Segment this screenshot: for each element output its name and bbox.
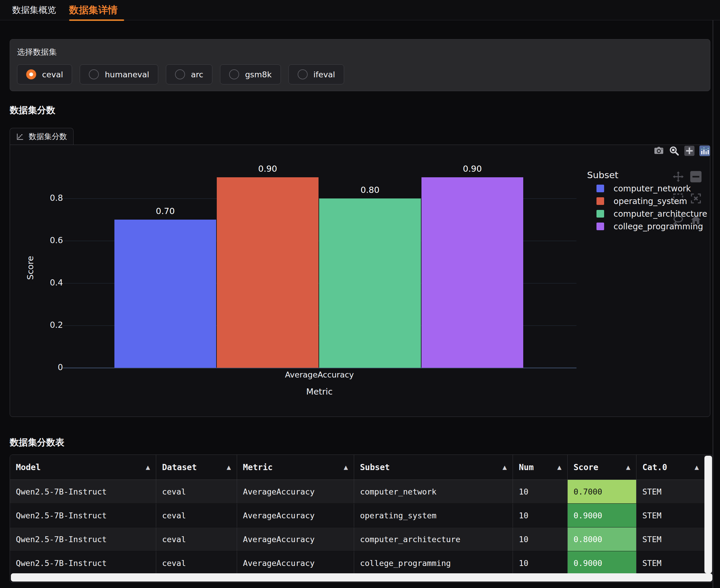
scatter-chart-icon xyxy=(16,132,24,141)
column-header-metric[interactable]: Metric▲ xyxy=(237,455,354,480)
sort-ascending-icon[interactable]: ▲ xyxy=(226,464,231,470)
radio-option-label: humaneval xyxy=(105,70,149,79)
column-header-score[interactable]: Score▲ xyxy=(568,455,636,480)
radio-option-label: ifeval xyxy=(313,70,335,79)
legend-item-computer_architecture[interactable]: computer_architecture xyxy=(586,209,707,218)
table-row: Qwen2.5-7B-InstructcevalAverageAccuracyc… xyxy=(10,527,705,551)
table-vertical-scrollbar[interactable] xyxy=(704,456,712,573)
dataset-selector-panel: 选择数据集 cevalhumanevalarcgsm8kifeval xyxy=(10,39,710,91)
cell-metric: AverageAccuracy xyxy=(237,527,354,551)
cell-score: 0.8000 xyxy=(568,527,636,551)
radio-option-humaneval[interactable]: humaneval xyxy=(80,64,158,84)
column-header-model[interactable]: Model▲ xyxy=(10,455,156,480)
cell-cat: STEM xyxy=(636,527,705,551)
sort-ascending-icon[interactable]: ▲ xyxy=(694,464,699,470)
cell-num: 10 xyxy=(513,504,568,527)
scores-table: Model▲Dataset▲Metric▲Subset▲Num▲Score▲Ca… xyxy=(10,455,713,583)
legend-item-label: computer_network xyxy=(614,184,691,193)
cell-cat: STEM xyxy=(636,504,705,527)
camera-icon[interactable] xyxy=(654,146,664,156)
cell-score: 0.7000 xyxy=(568,480,636,503)
chart-container: Subset computer_networkoperating_systemc… xyxy=(10,145,710,417)
radio-option-label: ceval xyxy=(42,70,63,79)
column-header-num[interactable]: Num▲ xyxy=(513,455,568,480)
cell-dataset: ceval xyxy=(156,527,237,551)
table-row: Qwen2.5-7B-InstructcevalAverageAccuracyc… xyxy=(10,551,705,575)
cell-num: 10 xyxy=(513,480,568,503)
column-header-label: Score xyxy=(574,462,598,472)
cell-num: 10 xyxy=(513,551,568,575)
cell-cat: STEM xyxy=(636,551,705,575)
chart-label-text: 数据集分数 xyxy=(29,131,67,142)
tabbar: 数据集概览 数据集详情 xyxy=(0,0,720,20)
app-root: 数据集概览 数据集详情 选择数据集 cevalhumanevalarcgsm8k… xyxy=(0,0,720,588)
table-row: Qwen2.5-7B-InstructcevalAverageAccuracyo… xyxy=(10,504,705,527)
y-axis-tick-label: 0.2 xyxy=(22,320,63,330)
cell-subset: college_programming xyxy=(354,551,513,575)
table-header-row: Model▲Dataset▲Metric▲Subset▲Num▲Score▲Ca… xyxy=(10,455,705,480)
radio-circle-icon[interactable] xyxy=(297,69,308,79)
table-horizontal-scrollbar[interactable] xyxy=(11,573,712,582)
tab-dataset-detail[interactable]: 数据集详情 xyxy=(69,0,124,20)
bar-value-label: 0.80 xyxy=(319,185,421,195)
sort-ascending-icon[interactable]: ▲ xyxy=(344,464,348,470)
zoom-icon[interactable] xyxy=(669,146,679,156)
y-axis-title: Score xyxy=(25,238,37,297)
radio-option-arc[interactable]: arc xyxy=(166,64,212,84)
x-axis-title: Metric xyxy=(217,386,423,397)
column-header-cat-0[interactable]: Cat.0▲ xyxy=(636,455,705,480)
legend-item-college_programming[interactable]: college_programming xyxy=(586,222,707,231)
score-section-heading: 数据集分数 xyxy=(10,104,55,117)
zoom-in-icon[interactable] xyxy=(684,146,695,156)
sort-ascending-icon[interactable]: ▲ xyxy=(557,464,561,470)
cell-model: Qwen2.5-7B-Instruct xyxy=(10,504,156,527)
legend-item-computer_network[interactable]: computer_network xyxy=(586,184,707,193)
legend-swatch-icon xyxy=(596,223,604,230)
column-header-label: Dataset xyxy=(162,462,197,472)
dataset-radio-group: cevalhumanevalarcgsm8kifeval xyxy=(17,64,703,84)
tab-dataset-overview[interactable]: 数据集概览 xyxy=(12,0,56,20)
sort-ascending-icon[interactable]: ▲ xyxy=(502,464,507,470)
radio-circle-icon[interactable] xyxy=(89,69,99,79)
chart-legend: Subset computer_networkoperating_systemc… xyxy=(586,170,707,231)
bar-value-label: 0.70 xyxy=(114,206,217,216)
column-header-label: Metric xyxy=(243,462,273,472)
legend-swatch-icon xyxy=(596,185,604,192)
cell-dataset: ceval xyxy=(156,551,237,575)
sort-ascending-icon[interactable]: ▲ xyxy=(146,464,150,470)
legend-item-label: computer_architecture xyxy=(614,209,707,219)
column-header-label: Subset xyxy=(360,462,390,472)
radio-option-gsm8k[interactable]: gsm8k xyxy=(220,64,281,84)
radio-circle-icon[interactable] xyxy=(26,69,36,79)
plot-modebar xyxy=(654,146,710,156)
legend-item-label: college_programming xyxy=(614,222,703,231)
cell-subset: operating_system xyxy=(354,504,513,527)
y-axis-tick-label: 0.8 xyxy=(22,193,63,203)
scores-table-grid: Model▲Dataset▲Metric▲Subset▲Num▲Score▲Ca… xyxy=(10,455,705,575)
page-right-divider xyxy=(713,20,713,588)
bar-computer_network[interactable] xyxy=(115,219,216,368)
bar-computer_architecture[interactable] xyxy=(319,198,421,368)
radio-circle-icon[interactable] xyxy=(229,69,239,79)
legend-swatch-icon xyxy=(596,210,604,217)
column-header-dataset[interactable]: Dataset▲ xyxy=(156,455,237,480)
bar-operating_system[interactable] xyxy=(217,177,318,368)
bar-value-label: 0.90 xyxy=(217,164,319,174)
bar-college_programming[interactable] xyxy=(421,177,523,368)
cell-subset: computer_architecture xyxy=(354,527,513,551)
radio-option-ifeval[interactable]: ifeval xyxy=(289,64,344,84)
radio-option-label: gsm8k xyxy=(245,70,271,79)
chart-label-tab: 数据集分数 xyxy=(10,128,74,145)
legend-item-operating_system[interactable]: operating_system xyxy=(586,197,707,206)
radio-circle-icon[interactable] xyxy=(175,69,185,79)
cell-score: 0.9000 xyxy=(568,504,636,527)
y-axis-tick-label: 0 xyxy=(22,362,63,372)
plotly-logo-icon[interactable] xyxy=(699,146,710,156)
cell-num: 10 xyxy=(513,527,568,551)
sort-ascending-icon[interactable]: ▲ xyxy=(626,464,630,470)
cell-model: Qwen2.5-7B-Instruct xyxy=(10,480,156,503)
column-header-subset[interactable]: Subset▲ xyxy=(354,455,513,480)
radio-option-ceval[interactable]: ceval xyxy=(17,64,72,84)
column-header-label: Cat.0 xyxy=(642,462,667,472)
cell-dataset: ceval xyxy=(156,480,237,503)
